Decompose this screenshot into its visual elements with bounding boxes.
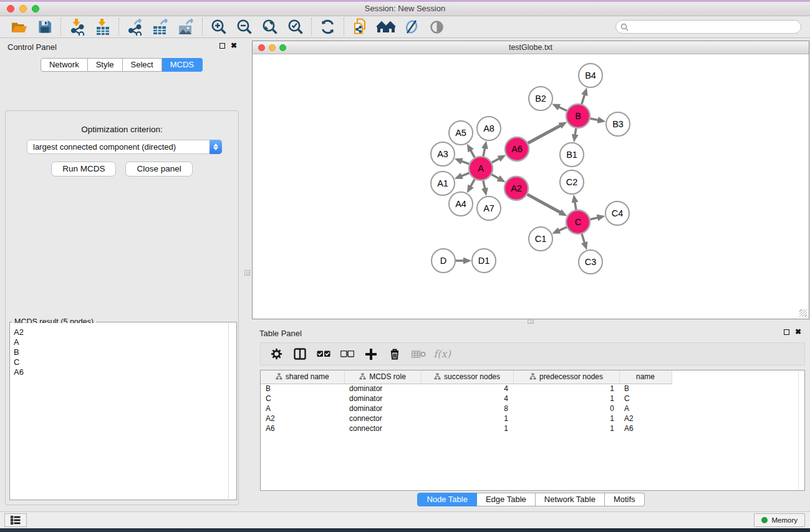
graph-edge-B-B2[interactable] [559,107,567,111]
table-cell[interactable]: A2 [261,414,344,423]
show-task-history-button[interactable] [4,513,27,527]
create-new-column-button[interactable] [364,346,378,362]
float-panel-icon[interactable] [784,329,789,335]
close-panel-button[interactable]: Close panel [125,162,192,177]
splitter-grip[interactable] [528,320,534,324]
table-cell[interactable]: C [261,394,344,404]
graph-node-B2[interactable]: B2 [529,87,552,110]
table-cell[interactable]: 8 [421,404,513,414]
minimize-window-button[interactable] [19,5,27,12]
table-cell[interactable]: 1 [513,384,619,394]
unselect-all-columns-button[interactable] [340,346,355,362]
save-session-button[interactable] [32,17,57,37]
maximize-view-button[interactable] [279,44,286,51]
table-cell[interactable]: A [619,404,672,414]
graph-node-A1[interactable]: A1 [431,172,455,195]
clone-network-button[interactable] [347,17,373,37]
table-row[interactable]: Cdominator41C [261,394,804,404]
graph-node-C2[interactable]: C2 [560,170,584,194]
graph-node-C[interactable]: C [566,210,590,234]
close-window-button[interactable] [7,5,14,12]
graph-node-A2[interactable]: A2 [504,177,528,200]
graph-node-A7[interactable]: A7 [477,196,501,220]
graph-node-B4[interactable]: B4 [579,64,602,87]
graph-node-A6[interactable]: A6 [505,137,529,161]
graph-node-C3[interactable]: C3 [579,250,602,274]
graph-node-C4[interactable]: C4 [605,201,629,225]
graph-edge-A-A6[interactable] [492,158,499,163]
tab-edge-table[interactable]: Edge Table [477,493,536,506]
table-cell[interactable]: connector [344,423,421,433]
delete-table-button[interactable] [411,346,426,362]
graph-edge-A-A5[interactable] [471,150,475,158]
float-panel-icon[interactable] [219,43,225,49]
export-network-button[interactable] [122,17,148,37]
close-view-button[interactable] [258,44,265,51]
tab-node-table[interactable]: Node Table [417,493,477,506]
table-cell[interactable]: A6 [261,423,344,433]
close-panel-icon[interactable]: ✖ [231,42,237,49]
zoom-fit-content-button[interactable] [257,17,282,37]
memory-button[interactable]: Memory [754,513,805,527]
graph-edge-C-C2[interactable] [575,202,576,210]
table-cell[interactable]: dominator [344,404,421,414]
table-cell[interactable]: 1 [421,423,513,433]
table-row[interactable]: A2connector11A2 [261,414,804,423]
table-row[interactable]: A6connector11A6 [261,423,804,433]
graph-node-D1[interactable]: D1 [472,249,496,273]
graph-edge-A-A4[interactable] [471,179,475,186]
table-options-button[interactable] [269,346,284,362]
graph-node-A5[interactable]: A5 [449,121,473,145]
select-all-columns-button[interactable] [316,346,331,362]
zoom-selected-region-button[interactable] [282,17,308,37]
graph-node-A4[interactable]: A4 [449,192,473,216]
open-session-button[interactable] [6,17,32,37]
graph-node-B3[interactable]: B3 [606,112,630,136]
column-header-mcds-role[interactable]: MCDS role [344,370,421,384]
graph-node-B[interactable]: B [566,104,590,128]
show-column-button[interactable] [292,346,307,362]
graph-edge-A-A2[interactable] [491,175,499,179]
table-scrollbar[interactable] [798,371,799,490]
result-list-item[interactable]: A6 [14,367,225,377]
graph-edge-A2-C[interactable] [528,195,561,213]
search-field[interactable] [615,20,801,34]
minimize-view-button[interactable] [269,44,276,51]
delete-columns-button[interactable] [387,346,402,362]
graph-edge-C-C3[interactable] [582,234,585,243]
graph-edge-A6-B[interactable] [528,125,561,143]
graph-edge-A-A3[interactable] [461,161,469,164]
zoom-in-button[interactable] [206,17,231,37]
result-list-item[interactable]: A2 [14,327,225,337]
table-cell[interactable]: 0 [513,404,619,414]
table-cell[interactable]: 4 [421,394,513,404]
run-mcds-button[interactable]: Run MCDS [51,162,116,177]
vertical-splitter[interactable] [243,38,252,511]
maximize-window-button[interactable] [32,5,39,12]
table-cell[interactable]: dominator [344,394,421,404]
table-cell[interactable]: A [261,404,344,414]
tab-motifs[interactable]: Motifs [605,493,645,506]
graph-edge-C-C1[interactable] [559,227,567,231]
tab-select[interactable]: Select [123,58,162,72]
splitter-grip[interactable] [244,270,250,276]
tab-network[interactable]: Network [41,58,88,72]
table-cell[interactable]: connector [344,414,421,423]
search-input[interactable] [632,22,796,31]
graph-edge-A-A7[interactable] [483,181,485,189]
table-cell[interactable]: B [619,384,672,394]
column-header-predecessor-nodes[interactable]: predecessor nodes [513,370,619,384]
graph-node-D[interactable]: D [432,249,455,273]
first-neighbors-button[interactable] [373,17,398,37]
table-cell[interactable]: 1 [513,423,619,433]
table-row[interactable]: Adominator80A [261,404,804,414]
result-list-item[interactable]: B [14,347,225,357]
graph-node-A[interactable]: A [469,157,493,180]
result-scrollbar[interactable] [228,323,229,499]
table-cell[interactable]: 1 [513,414,619,423]
column-header-successor-nodes[interactable]: successor nodes [421,370,513,384]
graph-edge-C-C4[interactable] [591,218,598,220]
column-header-name[interactable]: name [619,370,672,384]
graph-edge-A-A1[interactable] [461,173,470,176]
tab-mcds[interactable]: MCDS [162,58,203,72]
